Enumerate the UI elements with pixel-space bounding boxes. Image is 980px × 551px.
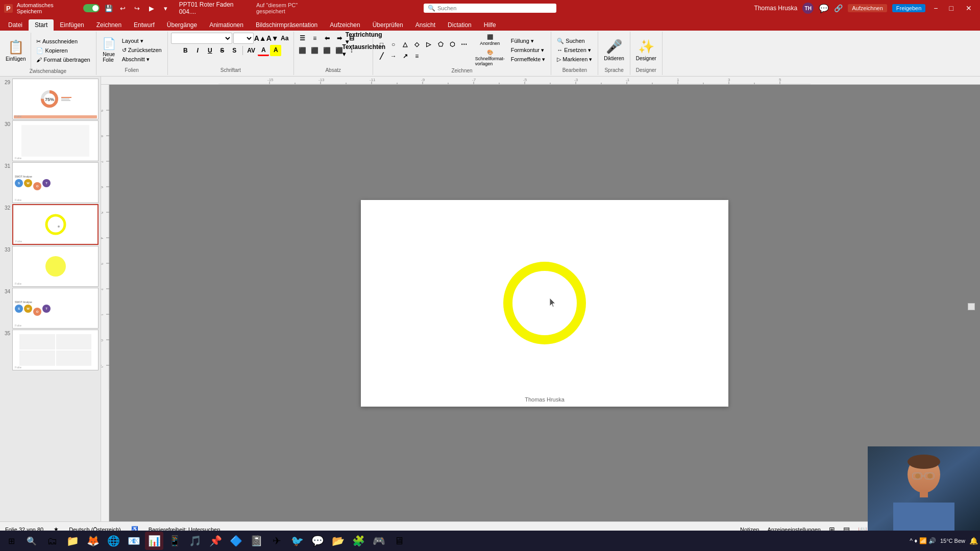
tab-entwurf[interactable]: Entwurf bbox=[128, 19, 161, 31]
underline-button[interactable]: U bbox=[204, 45, 215, 56]
layout-button[interactable]: Layout ▾ bbox=[119, 37, 164, 45]
minimize-button[interactable]: − bbox=[930, 4, 941, 12]
close-button[interactable]: ✕ bbox=[962, 4, 976, 12]
tab-ansicht[interactable]: Ansicht bbox=[409, 19, 442, 31]
present-icon[interactable]: ▶ bbox=[146, 3, 157, 13]
tab-datei[interactable]: Datei bbox=[2, 19, 29, 31]
shape-5[interactable]: ▷ bbox=[423, 39, 434, 50]
taskbar-explorer[interactable]: 🗂 bbox=[43, 532, 61, 550]
save-icon[interactable]: 💾 bbox=[104, 3, 114, 13]
italic-button[interactable]: I bbox=[192, 45, 203, 56]
tab-zeichnen[interactable]: Zeichnen bbox=[90, 19, 128, 31]
more-icon[interactable]: ▾ bbox=[161, 3, 171, 13]
slide-item-30[interactable]: 30 Folie bbox=[2, 120, 99, 161]
maximize-button[interactable]: □ bbox=[946, 4, 957, 12]
share-icon[interactable]: 🔗 bbox=[834, 4, 843, 12]
taskbar-teams[interactable]: 📱 bbox=[165, 532, 184, 550]
taskbar-app5[interactable]: 🧩 bbox=[349, 532, 368, 550]
einfuegen-button[interactable]: 📋 Einfügen bbox=[3, 38, 28, 63]
align-right-button[interactable]: ⬛ bbox=[322, 45, 333, 56]
designer-button[interactable]: ✨ Designer bbox=[633, 37, 659, 63]
tab-uebergaenge[interactable]: Übergänge bbox=[161, 19, 203, 31]
diktieren-button[interactable]: 🎤 Diktieren bbox=[601, 37, 626, 63]
format-uebertragen-button[interactable]: 🖌 Format übertragen bbox=[34, 56, 92, 64]
shadow-button[interactable]: S bbox=[229, 45, 240, 56]
text-align-button[interactable]: Textausrichten ▾ bbox=[358, 45, 370, 56]
taskbar-onenote[interactable]: 📓 bbox=[247, 532, 265, 550]
shape-1[interactable]: □ bbox=[376, 39, 387, 50]
taskbar-app3[interactable]: 💬 bbox=[308, 532, 327, 550]
taskbar-chrome[interactable]: 🌐 bbox=[104, 532, 122, 550]
font-spacing-button[interactable]: AV bbox=[246, 45, 257, 56]
textdir-button[interactable]: Textrichtung ▾ bbox=[358, 33, 370, 44]
tab-animationen[interactable]: Animationen bbox=[203, 19, 250, 31]
font-size-select[interactable] bbox=[233, 33, 254, 44]
schnellformate-button[interactable]: 🎨 Schnellformat-vorlagen bbox=[473, 48, 507, 68]
bold-button[interactable]: B bbox=[180, 45, 191, 56]
list-bullet-button[interactable]: ☰ bbox=[297, 33, 308, 44]
align-center-button[interactable]: ⬛ bbox=[309, 45, 321, 56]
slide-item-32[interactable]: 32 Folie bbox=[2, 204, 99, 245]
resize-handle[interactable] bbox=[968, 303, 975, 310]
ersetzen-button[interactable]: ↔ Ersetzen ▾ bbox=[554, 46, 595, 55]
markieren-button[interactable]: ▷ Markieren ▾ bbox=[554, 55, 595, 64]
start-button[interactable]: ⊞ bbox=[2, 532, 20, 550]
undo-icon[interactable]: ↩ bbox=[118, 3, 128, 13]
shape-arrow[interactable]: → bbox=[388, 51, 399, 62]
shape-2[interactable]: ○ bbox=[388, 39, 399, 50]
tab-aufzeichen[interactable]: Aufzeichen bbox=[324, 19, 366, 31]
tab-hilfe[interactable]: Hilfe bbox=[478, 19, 502, 31]
search-box[interactable]: 🔍 bbox=[424, 4, 556, 13]
align-left-button[interactable]: ⬛ bbox=[297, 45, 308, 56]
anordnen-button[interactable]: ⬛ Anordnen bbox=[473, 33, 507, 47]
shape-3[interactable]: △ bbox=[400, 39, 411, 50]
search-taskbar-button[interactable]: 🔍 bbox=[22, 532, 41, 550]
decrease-font-button[interactable]: A▼ bbox=[267, 33, 278, 44]
slide-item-33[interactable]: 33 Folie bbox=[2, 246, 99, 287]
tab-start[interactable]: Start bbox=[29, 19, 54, 31]
formkontur-button[interactable]: Formkontur ▾ bbox=[508, 46, 548, 55]
tab-einfuegen[interactable]: Einfügen bbox=[54, 19, 90, 31]
notification-icon[interactable]: 🔔 bbox=[969, 537, 978, 545]
taskbar-store[interactable]: 🔷 bbox=[227, 532, 245, 550]
auto-save-toggle[interactable] bbox=[83, 4, 100, 12]
kopieren-button[interactable]: 📄 Kopieren bbox=[34, 46, 92, 55]
shape-6[interactable]: ⬠ bbox=[435, 39, 446, 50]
slide-item-31[interactable]: 31 SWOT Analyse S W O T Folie bbox=[2, 162, 99, 203]
shape-4[interactable]: ◇ bbox=[411, 39, 423, 50]
search-input[interactable] bbox=[437, 5, 529, 11]
clear-format-button[interactable]: Aa bbox=[279, 33, 290, 44]
redo-icon[interactable]: ↪ bbox=[132, 3, 142, 13]
shape-eq[interactable]: ≡ bbox=[411, 51, 423, 62]
slide-item-29[interactable]: 29 75% Folie bbox=[2, 79, 99, 119]
taskbar-media[interactable]: 🎵 bbox=[186, 532, 204, 550]
indent-left-button[interactable]: ⬅ bbox=[322, 33, 333, 44]
taskbar-app6[interactable]: 🎮 bbox=[370, 532, 388, 550]
taskbar-app4[interactable]: 📂 bbox=[329, 532, 347, 550]
ausschneiden-button[interactable]: ✂ Ausschneiden bbox=[34, 37, 92, 46]
formeffekte-button[interactable]: Formeffekte ▾ bbox=[508, 55, 548, 64]
canvas-area[interactable]: Thomas Hruska bbox=[109, 85, 980, 521]
shape-more[interactable]: ⋯ bbox=[458, 39, 470, 50]
tab-bildschirm[interactable]: Bildschirmpräsentation bbox=[250, 19, 324, 31]
strikethrough-button[interactable]: S bbox=[216, 45, 228, 56]
taskbar-files[interactable]: 📁 bbox=[63, 532, 82, 550]
zuruecksetzen-button[interactable]: ↺ Zurücksetzen bbox=[119, 46, 164, 55]
taskbar-powerpoint[interactable]: 📊 bbox=[145, 532, 163, 550]
tab-ueberpruefen[interactable]: Überprüfen bbox=[366, 19, 409, 31]
tab-dictation[interactable]: Dictation bbox=[442, 19, 478, 31]
suchen-button[interactable]: 🔍 Suchen bbox=[554, 37, 595, 45]
shape-line[interactable]: ╱ bbox=[376, 51, 387, 62]
fullung-button[interactable]: Füllung ▾ bbox=[508, 37, 548, 45]
taskbar-outlook[interactable]: 📧 bbox=[125, 532, 143, 550]
taskbar-app1[interactable]: ✈ bbox=[267, 532, 286, 550]
neue-folie-button[interactable]: 📄 NeueFolie bbox=[100, 36, 118, 64]
shape-conn[interactable]: ↗ bbox=[400, 51, 411, 62]
font-color-button[interactable]: A bbox=[258, 45, 269, 56]
indent-right-button[interactable]: ➡ bbox=[334, 33, 345, 44]
font-family-select[interactable] bbox=[171, 33, 232, 44]
taskbar-app2[interactable]: 🐦 bbox=[288, 532, 306, 550]
taskbar-pin[interactable]: 📌 bbox=[206, 532, 225, 550]
freigeben-button[interactable]: Freigeben bbox=[892, 4, 926, 12]
taskbar-app7[interactable]: 🖥 bbox=[390, 532, 408, 550]
